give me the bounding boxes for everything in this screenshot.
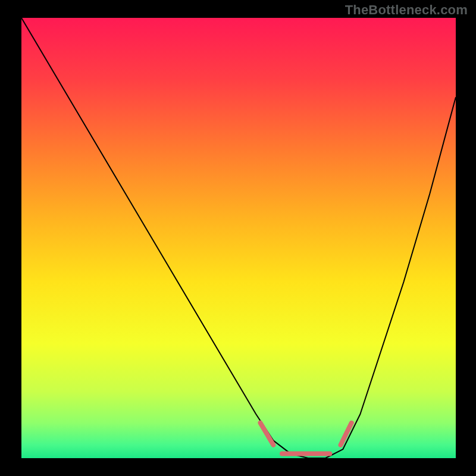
- chart-svg: [21, 18, 456, 458]
- chart-plot-area: [21, 18, 456, 458]
- watermark-text: TheBottleneck.com: [345, 2, 468, 18]
- chart-frame: TheBottleneck.com: [0, 0, 476, 476]
- chart-background: [21, 18, 456, 458]
